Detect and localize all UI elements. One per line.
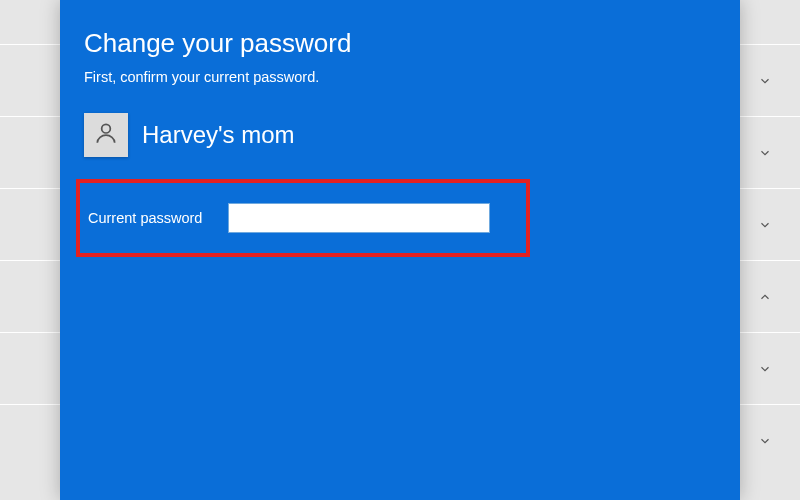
change-password-dialog: Change your password First, confirm your… xyxy=(60,0,740,500)
avatar xyxy=(84,113,128,157)
annotation-highlight: Current password xyxy=(76,179,530,257)
chevron-down-icon xyxy=(758,434,772,448)
current-password-field-row: Current password xyxy=(88,203,512,233)
user-display-name: Harvey's mom xyxy=(142,121,295,149)
chevron-down-icon xyxy=(758,74,772,88)
dialog-subtitle: First, confirm your current password. xyxy=(84,69,716,85)
user-identity-row: Harvey's mom xyxy=(84,113,716,157)
chevron-down-icon xyxy=(758,218,772,232)
person-icon xyxy=(93,120,119,150)
dialog-title: Change your password xyxy=(84,28,716,59)
current-password-label: Current password xyxy=(88,210,228,226)
chevron-down-icon xyxy=(758,362,772,376)
current-password-input[interactable] xyxy=(228,203,490,233)
svg-point-0 xyxy=(102,124,111,133)
chevron-down-icon xyxy=(758,146,772,160)
chevron-up-icon xyxy=(758,290,772,304)
